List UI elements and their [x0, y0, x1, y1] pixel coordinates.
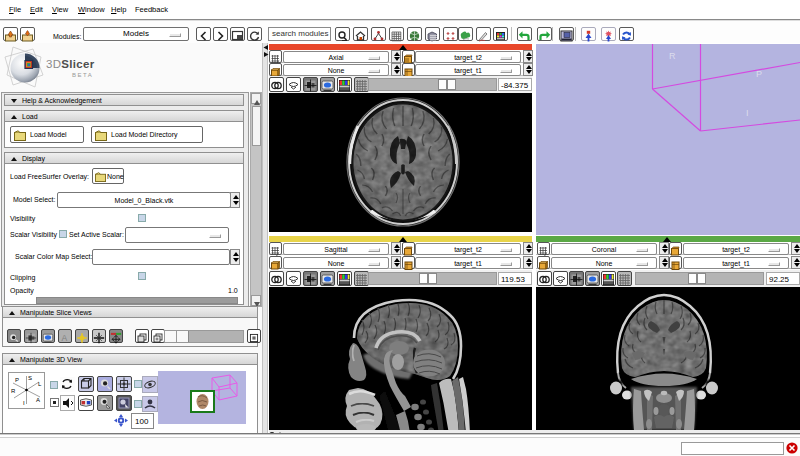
- svg-text:I: I: [746, 108, 749, 118]
- svg-text:R: R: [11, 388, 16, 394]
- svg-text:S: S: [28, 375, 32, 381]
- svg-text:L: L: [38, 381, 42, 387]
- svg-text:P: P: [15, 377, 19, 383]
- svg-text:A: A: [62, 333, 68, 343]
- svg-text:A: A: [36, 397, 40, 403]
- svg-text:I: I: [23, 400, 25, 406]
- svg-text:R: R: [669, 51, 676, 61]
- svg-text:P: P: [756, 69, 762, 79]
